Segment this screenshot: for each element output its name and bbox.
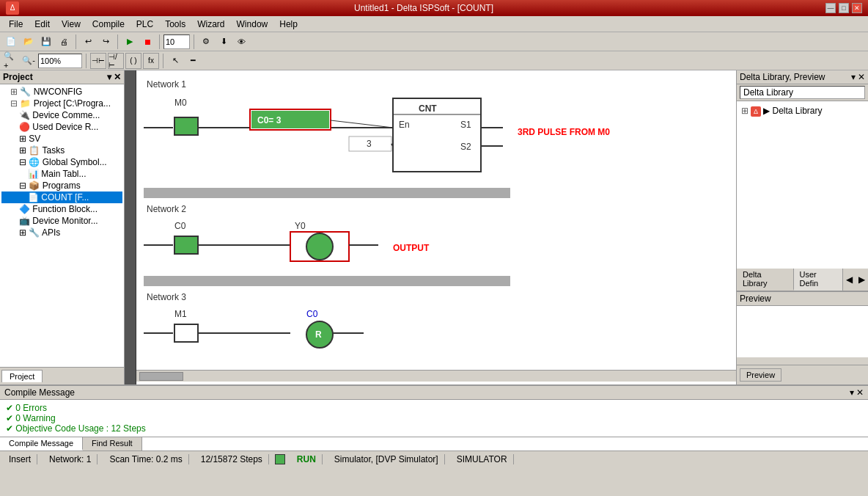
menu-bar: File Edit View Compile PLC Tools Wizard … [0, 16, 868, 32]
right-panel-header: Delta Library, Preview ▾ ✕ [737, 70, 868, 84]
tb-print[interactable]: 🖨 [56, 34, 72, 50]
tree-project[interactable]: ⊟ 📁 Project [C:\Progra... [1, 98, 122, 109]
menu-edit[interactable]: Edit [29, 18, 56, 31]
network1-diagram: M0 CNT En S1 S2 C0= 3 [144, 91, 716, 186]
maximize-button[interactable]: □ [839, 3, 849, 13]
tree-nwconfig[interactable]: ⊞ 🔧 NWCONFIG [1, 86, 122, 98]
menu-tools[interactable]: Tools [159, 18, 191, 31]
tb-sep-5 [86, 54, 87, 68]
lib-item-delta[interactable]: ⊞ Δ ▶ Delta Library [740, 104, 865, 118]
tb-sep-4 [194, 34, 194, 49]
preview-btn-area: Preview [737, 365, 868, 384]
tb-open[interactable]: 📂 [21, 34, 37, 50]
svg-text:Y0: Y0 [295, 221, 306, 231]
svg-text:C0: C0 [174, 221, 186, 231]
window-controls: — □ ✕ [825, 3, 862, 13]
network3-label: Network 3 [147, 292, 186, 302]
tree-apis[interactable]: ⊞ 🔧 APIs [1, 227, 122, 238]
tree-tasks[interactable]: ⊞ 📋 Tasks [1, 145, 122, 156]
tree-count[interactable]: 📄 COUNT [F... [1, 192, 122, 203]
menu-window[interactable]: Window [231, 18, 274, 31]
right-panel: Delta Library, Preview ▾ ✕ Delta Library… [736, 70, 868, 384]
tree-device-monitor[interactable]: 📺 Device Monitor... [1, 215, 122, 227]
tb-redo[interactable]: ↪ [98, 34, 114, 50]
tree-sv[interactable]: ⊞ SV [1, 133, 122, 145]
tb-run[interactable]: ▶ [122, 34, 138, 50]
tree-function-block[interactable]: 🔷 Function Block... [1, 203, 122, 215]
left-rail [125, 70, 136, 384]
compile-panel: Compile Message ▾ ✕ ✔ 0 Errors ✔ 0 Warni… [0, 384, 868, 451]
status-simulator: Simulator, [DVP Simulator] [328, 454, 445, 464]
project-tab[interactable]: Project [1, 370, 43, 382]
lib-tab-user[interactable]: User Defin [794, 269, 843, 291]
network3-header: Network 3 [144, 291, 729, 304]
tb-monitor[interactable]: 👁 [233, 34, 249, 50]
tree-used-device[interactable]: 🔴 Used Device R... [1, 121, 122, 133]
preview-content [737, 306, 868, 357]
status-scan: Scan Time: 0.2 ms [103, 454, 188, 464]
tb-download[interactable]: ⬇ [216, 34, 232, 50]
y0-coil [306, 233, 333, 260]
status-bar: Insert Network: 1 Scan Time: 0.2 ms 12/1… [0, 451, 868, 467]
zoom-input[interactable] [38, 54, 82, 68]
close-button[interactable]: ✕ [852, 3, 862, 13]
h-scroll-thumb[interactable] [139, 372, 183, 381]
tree-global-symbol[interactable]: ⊟ 🌐 Global Symbol... [1, 156, 122, 168]
tb-save[interactable]: 💾 [38, 34, 54, 50]
tb-undo[interactable]: ↩ [80, 34, 96, 50]
tree-main-table[interactable]: 📊 Main Tabl... [1, 168, 122, 180]
status-mode: Insert [3, 454, 37, 464]
delta-lib-content: ⊞ Δ ▶ Delta Library [737, 101, 868, 269]
cnt-block [393, 98, 481, 172]
compile-msg-warnings: ✔ 0 Warning [6, 413, 862, 423]
tb-contact-no[interactable]: ⊣⊢ [90, 53, 106, 69]
h-scrollbar[interactable] [136, 370, 736, 382]
tb-func[interactable]: fx [143, 53, 159, 69]
menu-view[interactable]: View [56, 18, 87, 31]
menu-file[interactable]: File [3, 18, 29, 31]
status-network: Network: 1 [43, 454, 98, 464]
svg-text:En: En [399, 120, 410, 130]
svg-text:C0= 3: C0= 3 [257, 115, 282, 125]
svg-text:R: R [315, 329, 322, 340]
m0-contact [174, 117, 198, 135]
preview-button[interactable]: Preview [740, 368, 781, 382]
app-logo: Δ [6, 1, 19, 15]
menu-help[interactable]: Help [273, 18, 304, 31]
speed-input[interactable] [163, 34, 190, 49]
network2-divider [144, 276, 510, 286]
lib-tab-delta[interactable]: Delta Library [737, 269, 794, 291]
network2-label: Network 2 [147, 204, 186, 214]
compile-msg-steps: ✔ Objective Code Usage : 12 Steps [6, 423, 862, 434]
tb-zoom-out[interactable]: 🔍- [21, 53, 37, 69]
tree-device-comm[interactable]: 🔌 Device Comme... [1, 109, 122, 121]
tb-cursor[interactable]: ↖ [167, 53, 183, 69]
project-controls: ▾ ✕ [107, 72, 121, 82]
tb-compile[interactable]: ⚙ [198, 34, 214, 50]
delta-lib-dropdown[interactable]: Delta Library [740, 86, 865, 99]
svg-line-10 [331, 120, 393, 128]
lib-scroll-right[interactable]: ▶ [856, 274, 868, 285]
tb-coil[interactable]: ( ) [125, 53, 141, 69]
canvas-area[interactable]: Network 1 M0 CNT En S1 S2 [136, 70, 736, 384]
tb-wire[interactable]: ━ [185, 53, 201, 69]
minimize-button[interactable]: — [825, 3, 836, 13]
menu-plc[interactable]: PLC [130, 18, 159, 31]
menu-wizard[interactable]: Wizard [191, 18, 230, 31]
lib-scroll-left[interactable]: ◀ [843, 274, 856, 285]
tb-contact-nc[interactable]: ⊣/⊢ [108, 53, 124, 69]
svg-text:CNT: CNT [419, 103, 437, 114]
tb-sep-3 [159, 34, 160, 49]
compile-tab-find[interactable]: Find Result [83, 437, 142, 451]
menu-compile[interactable]: Compile [87, 18, 130, 31]
svg-text:S2: S2 [460, 142, 471, 152]
m1-contact [174, 324, 198, 342]
delta-lib-bar: Delta Library [737, 84, 868, 101]
network1-label: Network 1 [147, 79, 186, 90]
network1-header: Network 1 [144, 78, 729, 91]
compile-tab-msg[interactable]: Compile Message [0, 437, 83, 451]
tb-stop[interactable]: ⏹ [139, 34, 155, 50]
tb-zoom-in[interactable]: 🔍+ [3, 53, 19, 69]
tree-programs[interactable]: ⊟ 📦 Programs [1, 180, 122, 192]
tb-new[interactable]: 📄 [3, 34, 19, 50]
